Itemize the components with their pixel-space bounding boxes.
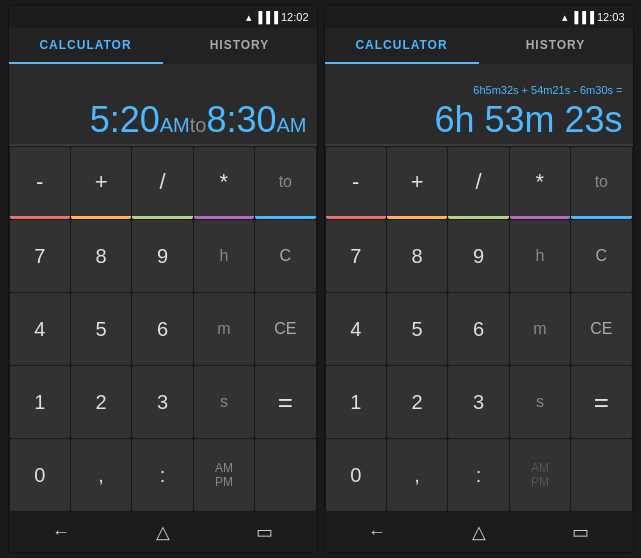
- key-div-2[interactable]: /: [448, 147, 508, 219]
- key-8-1[interactable]: 8: [71, 220, 131, 292]
- to-label-1: to: [190, 114, 207, 136]
- key-comma-2[interactable]: ,: [387, 439, 447, 511]
- key-1-2[interactable]: 1: [326, 366, 386, 438]
- key-0-2[interactable]: 0: [326, 439, 386, 511]
- status-bar-1: ▴ ▐▐▐ 12:02: [9, 6, 317, 28]
- ampm-end-1: AM: [277, 114, 307, 136]
- key-0-1[interactable]: 0: [10, 439, 70, 511]
- key-4-2[interactable]: 4: [326, 293, 386, 365]
- key-3-1[interactable]: 3: [132, 366, 192, 438]
- formula-2: 6h5m32s + 54m21s - 6m30s =: [335, 84, 623, 100]
- key-5-1[interactable]: 5: [71, 293, 131, 365]
- back-button-1[interactable]: ←: [52, 522, 70, 543]
- key-h-2[interactable]: h: [510, 220, 570, 292]
- nav-bar-2: ← △ ▭: [325, 512, 633, 552]
- tab-history-2[interactable]: HISTORY: [479, 28, 633, 64]
- key-eq-1[interactable]: =: [255, 366, 315, 438]
- key-3-2[interactable]: 3: [448, 366, 508, 438]
- key-2-2[interactable]: 2: [387, 366, 447, 438]
- key-7-2[interactable]: 7: [326, 220, 386, 292]
- key-comma-1[interactable]: ,: [71, 439, 131, 511]
- key-to-1[interactable]: to: [255, 147, 315, 219]
- tab-bar-2: CALCULATOR HISTORY: [325, 28, 633, 64]
- recent-button-1[interactable]: ▭: [256, 521, 273, 543]
- key-6-1[interactable]: 6: [132, 293, 192, 365]
- nav-bar-1: ← △ ▭: [9, 512, 317, 552]
- back-button-2[interactable]: ←: [368, 522, 386, 543]
- home-button-1[interactable]: △: [156, 521, 170, 543]
- key-colon-2[interactable]: :: [448, 439, 508, 511]
- key-6-2[interactable]: 6: [448, 293, 508, 365]
- main-display-1: 5:20AMto8:30AM: [90, 100, 307, 140]
- phone-2: ▴ ▐▐▐ 12:03 CALCULATOR HISTORY 6h5m32s +…: [324, 5, 634, 553]
- keypad-2: - + / * to 7 8 9 h C 4 5 6 m CE 1 2 3 s …: [325, 146, 633, 512]
- key-1-1[interactable]: 1: [10, 366, 70, 438]
- status-icons-2: ▴ ▐▐▐ 12:03: [562, 11, 625, 24]
- signal-icon-1: ▐▐▐: [255, 11, 278, 23]
- recent-button-2[interactable]: ▭: [572, 521, 589, 543]
- key-c-2[interactable]: C: [571, 220, 631, 292]
- formula-1: [19, 84, 307, 100]
- key-colon-1[interactable]: :: [132, 439, 192, 511]
- result-2: 6h 53m 23s: [434, 99, 622, 140]
- key-ampm-1[interactable]: AMPM: [194, 439, 254, 511]
- key-eq-2[interactable]: =: [571, 366, 631, 438]
- time-start-1: 5:20: [90, 99, 160, 140]
- key-7-1[interactable]: 7: [10, 220, 70, 292]
- phone-1: ▴ ▐▐▐ 12:02 CALCULATOR HISTORY 5:20AMto8…: [8, 5, 318, 553]
- time-2: 12:03: [597, 11, 625, 23]
- key-mul-1[interactable]: *: [194, 147, 254, 219]
- wifi-icon-2: ▴: [562, 11, 568, 24]
- key-m-2[interactable]: m: [510, 293, 570, 365]
- tab-calculator-1[interactable]: CALCULATOR: [9, 28, 163, 64]
- display-2: 6h5m32s + 54m21s - 6m30s = 6h 53m 23s: [325, 64, 633, 144]
- time-1: 12:02: [281, 11, 309, 23]
- key-m-1[interactable]: m: [194, 293, 254, 365]
- key-mul-2[interactable]: *: [510, 147, 570, 219]
- key-2-1[interactable]: 2: [71, 366, 131, 438]
- ampm-start-1: AM: [160, 114, 190, 136]
- key-plus-1[interactable]: +: [71, 147, 131, 219]
- key-empty-1: [255, 439, 315, 511]
- key-to-2[interactable]: to: [571, 147, 631, 219]
- main-display-2: 6h 53m 23s: [434, 100, 622, 140]
- display-1: 5:20AMto8:30AM: [9, 64, 317, 144]
- key-ampm-2[interactable]: AMPM: [510, 439, 570, 511]
- status-bar-2: ▴ ▐▐▐ 12:03: [325, 6, 633, 28]
- key-minus-1[interactable]: -: [10, 147, 70, 219]
- key-h-1[interactable]: h: [194, 220, 254, 292]
- key-c-1[interactable]: C: [255, 220, 315, 292]
- key-ce-1[interactable]: CE: [255, 293, 315, 365]
- wifi-icon-1: ▴: [246, 11, 252, 24]
- keypad-1: - + / * to 7 8 9 h C 4 5 6 m CE 1 2 3 s …: [9, 146, 317, 512]
- key-empty-2: [571, 439, 631, 511]
- key-9-1[interactable]: 9: [132, 220, 192, 292]
- key-s-2[interactable]: s: [510, 366, 570, 438]
- tab-history-1[interactable]: HISTORY: [163, 28, 317, 64]
- key-4-1[interactable]: 4: [10, 293, 70, 365]
- home-button-2[interactable]: △: [472, 521, 486, 543]
- key-plus-2[interactable]: +: [387, 147, 447, 219]
- status-icons-1: ▴ ▐▐▐ 12:02: [246, 11, 309, 24]
- key-minus-2[interactable]: -: [326, 147, 386, 219]
- key-s-1[interactable]: s: [194, 366, 254, 438]
- key-9-2[interactable]: 9: [448, 220, 508, 292]
- tab-bar-1: CALCULATOR HISTORY: [9, 28, 317, 64]
- key-ce-2[interactable]: CE: [571, 293, 631, 365]
- tab-calculator-2[interactable]: CALCULATOR: [325, 28, 479, 64]
- key-div-1[interactable]: /: [132, 147, 192, 219]
- signal-icon-2: ▐▐▐: [571, 11, 594, 23]
- key-5-2[interactable]: 5: [387, 293, 447, 365]
- time-end-1: 8:30: [206, 99, 276, 140]
- key-8-2[interactable]: 8: [387, 220, 447, 292]
